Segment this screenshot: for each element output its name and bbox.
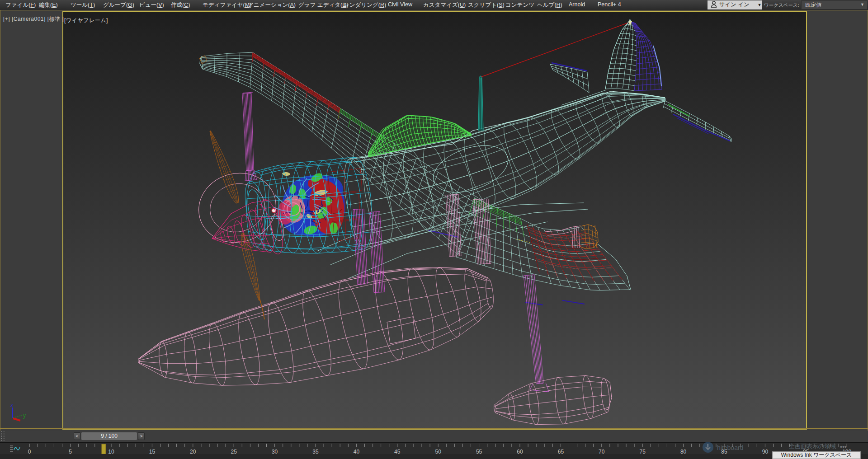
svg-text:z: z <box>10 402 13 408</box>
svg-text:75: 75 <box>640 449 646 454</box>
svg-text:50: 50 <box>435 449 442 454</box>
svg-text:20: 20 <box>190 449 196 454</box>
svg-text:30: 30 <box>272 449 278 454</box>
svg-text:10: 10 <box>108 449 114 454</box>
svg-text:65: 65 <box>558 449 564 454</box>
svg-text:15: 15 <box>149 449 156 454</box>
svg-text:0: 0 <box>28 449 31 454</box>
svg-text:70: 70 <box>599 449 605 454</box>
svg-text:35: 35 <box>312 449 319 454</box>
svg-text:80: 80 <box>680 449 687 454</box>
svg-text:25: 25 <box>231 449 237 454</box>
svg-text:60: 60 <box>517 449 523 454</box>
svg-text:55: 55 <box>476 449 482 454</box>
svg-text:5: 5 <box>69 449 72 454</box>
svg-text:40: 40 <box>354 449 360 454</box>
svg-text:45: 45 <box>394 449 401 454</box>
svg-text:y: y <box>23 412 26 419</box>
svg-text:90: 90 <box>762 449 769 454</box>
